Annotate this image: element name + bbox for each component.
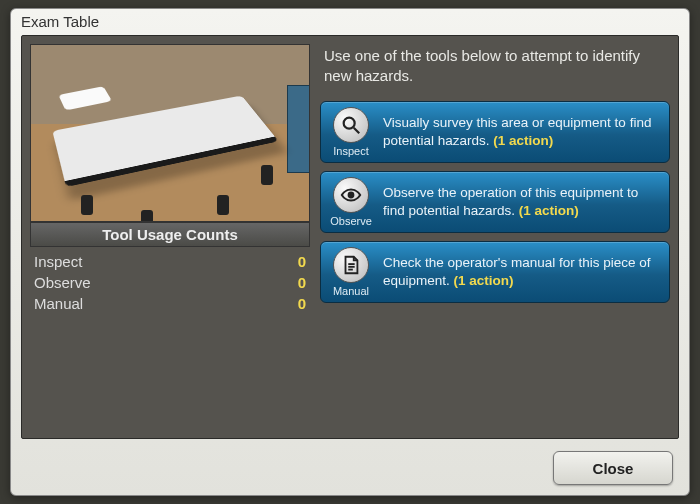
tool-cost: (1 action) [493, 133, 553, 148]
left-panel: Tool Usage Counts Inspect 0 Observe 0 Ma… [30, 44, 310, 430]
tool-description: Check the operator's manual for this pie… [381, 242, 669, 302]
equipment-preview [30, 44, 310, 222]
tool-description: Observe the operation of this equipment … [381, 172, 669, 232]
document-icon [333, 247, 369, 283]
count-label: Observe [34, 274, 91, 291]
tool-label: Inspect [333, 145, 368, 157]
count-value: 0 [298, 295, 306, 312]
count-row-manual: Manual 0 [30, 293, 310, 314]
counts-header: Tool Usage Counts [30, 222, 310, 247]
count-row-observe: Observe 0 [30, 272, 310, 293]
tool-manual-button[interactable]: Manual Check the operator's manual for t… [320, 241, 670, 303]
count-value: 0 [298, 253, 306, 270]
count-label: Inspect [34, 253, 82, 270]
instructions-text: Use one of the tools below to attempt to… [320, 44, 670, 101]
dialog-content: Tool Usage Counts Inspect 0 Observe 0 Ma… [21, 35, 679, 439]
svg-line-1 [354, 127, 360, 133]
eye-icon [333, 177, 369, 213]
preview-wheel [217, 195, 229, 215]
dialog-window: Exam Table Tool Usage Counts Inspect 0 [10, 8, 690, 496]
tool-icon-column: Manual [321, 242, 381, 302]
tool-label: Manual [333, 285, 369, 297]
tool-icon-column: Inspect [321, 102, 381, 162]
dialog-footer: Close [11, 447, 689, 495]
preview-wheel [141, 210, 153, 222]
tool-observe-button[interactable]: Observe Observe the operation of this eq… [320, 171, 670, 233]
count-value: 0 [298, 274, 306, 291]
svg-point-0 [344, 117, 355, 128]
tool-cost: (1 action) [519, 203, 579, 218]
close-button[interactable]: Close [553, 451, 673, 485]
svg-point-2 [349, 192, 354, 197]
tool-icon-column: Observe [321, 172, 381, 232]
magnifier-icon [333, 107, 369, 143]
tool-inspect-button[interactable]: Inspect Visually survey this area or equ… [320, 101, 670, 163]
tool-desc-text: Check the operator's manual for this pie… [383, 255, 650, 288]
count-label: Manual [34, 295, 83, 312]
preview-wheel [81, 195, 93, 215]
tool-label: Observe [330, 215, 372, 227]
counts-table: Inspect 0 Observe 0 Manual 0 [30, 251, 310, 314]
window-title: Exam Table [11, 9, 689, 35]
tool-desc-text: Observe the operation of this equipment … [383, 185, 638, 218]
preview-wheel [261, 165, 273, 185]
tool-cost: (1 action) [454, 273, 514, 288]
right-panel: Use one of the tools below to attempt to… [320, 44, 670, 430]
preview-equipment-side [287, 85, 310, 173]
tool-description: Visually survey this area or equipment t… [381, 102, 669, 162]
count-row-inspect: Inspect 0 [30, 251, 310, 272]
